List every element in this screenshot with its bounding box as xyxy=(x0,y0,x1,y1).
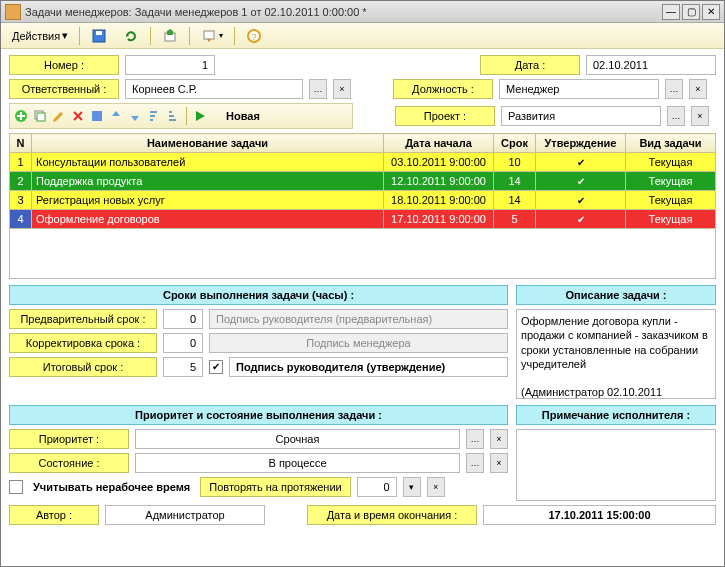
col-type[interactable]: Вид задачи xyxy=(626,134,716,153)
position-clear-button[interactable]: × xyxy=(689,79,707,99)
end-label: Дата и время окончания : xyxy=(307,505,477,525)
final-sign-text: Подпись руководителя (утверждение) xyxy=(229,357,508,377)
nonwork-label: Учитывать нерабочее время xyxy=(29,481,194,493)
table-toolbar: Новая xyxy=(9,103,353,129)
help-icon[interactable]: ? xyxy=(239,25,269,47)
content-area: Номер : Дата : Ответственный : … × Должн… xyxy=(1,49,724,566)
position-select-button[interactable]: … xyxy=(665,79,683,99)
chevron-down-icon: ▾ xyxy=(219,31,223,40)
description-meta: (Администратор 02.10.2011 12:13:39) xyxy=(521,385,711,399)
position-field[interactable] xyxy=(499,79,659,99)
responsible-select-button[interactable]: … xyxy=(309,79,327,99)
description-box[interactable]: Оформление договора купли - продажи с ко… xyxy=(516,309,716,399)
delete-icon[interactable] xyxy=(70,108,86,124)
new-status-text: Новая xyxy=(226,110,260,122)
col-approval[interactable]: Утверждение xyxy=(536,134,626,153)
date-label: Дата : xyxy=(480,55,580,75)
priority-section-title: Приоритет и состояние выполнения задачи … xyxy=(9,405,508,425)
end-field[interactable] xyxy=(483,505,716,525)
move-up-icon[interactable] xyxy=(108,108,124,124)
repeat-field[interactable] xyxy=(357,477,397,497)
date-field[interactable] xyxy=(586,55,716,75)
author-field xyxy=(105,505,265,525)
export-icon[interactable] xyxy=(155,25,185,47)
move-down-icon[interactable] xyxy=(127,108,143,124)
edit-icon[interactable] xyxy=(51,108,67,124)
desc-section-title: Описание задачи : xyxy=(516,285,716,305)
copy-icon[interactable] xyxy=(32,108,48,124)
final-field[interactable] xyxy=(163,357,203,377)
description-text: Оформление договора купли - продажи с ко… xyxy=(521,314,711,371)
svg-rect-8 xyxy=(37,113,45,121)
app-window: Задачи менеджеров: Задачи менеджеров 1 о… xyxy=(0,0,725,567)
responsible-field[interactable] xyxy=(125,79,303,99)
project-field[interactable] xyxy=(501,106,661,126)
project-label: Проект : xyxy=(395,106,495,126)
save-row-icon[interactable] xyxy=(89,108,105,124)
maximize-button[interactable]: ▢ xyxy=(682,4,700,20)
sort-asc-icon[interactable] xyxy=(146,108,162,124)
manager-sign-text: Подпись менеджера xyxy=(209,333,508,353)
responsible-clear-button[interactable]: × xyxy=(333,79,351,99)
table-row[interactable]: 3Регистрация новых услуг18.10.2011 9:00:… xyxy=(10,191,716,210)
save-icon[interactable] xyxy=(84,25,114,47)
final-sign-checkbox[interactable]: ✔ xyxy=(209,360,223,374)
col-start[interactable]: Дата начала xyxy=(384,134,494,153)
add-icon[interactable] xyxy=(13,108,29,124)
tasks-table[interactable]: N Наименование задачи Дата начала Срок У… xyxy=(9,133,716,229)
priority-label: Приоритет : xyxy=(9,429,129,449)
table-row[interactable]: 1Консультации пользователей03.10.2011 9:… xyxy=(10,153,716,172)
note-box[interactable] xyxy=(516,429,716,501)
import-icon[interactable]: ▾ xyxy=(194,25,230,47)
actions-menu[interactable]: Действия ▾ xyxy=(5,26,75,45)
responsible-label: Ответственный : xyxy=(9,79,119,99)
correct-label: Корректировка срока : xyxy=(9,333,157,353)
table-row[interactable]: 4Оформление договоров17.10.2011 9:00:005… xyxy=(10,210,716,229)
repeat-label: Повторять на протяжении xyxy=(200,477,350,497)
close-button[interactable]: ✕ xyxy=(702,4,720,20)
nonwork-checkbox[interactable] xyxy=(9,480,23,494)
col-n[interactable]: N xyxy=(10,134,32,153)
priority-clear-button[interactable]: × xyxy=(490,429,508,449)
svg-rect-3 xyxy=(204,31,214,39)
author-label: Автор : xyxy=(9,505,99,525)
priority-select-button[interactable]: … xyxy=(466,429,484,449)
col-name[interactable]: Наименование задачи xyxy=(32,134,384,153)
sort-desc-icon[interactable] xyxy=(165,108,181,124)
prelim-field[interactable] xyxy=(163,309,203,329)
prelim-label: Предварительный срок : xyxy=(9,309,157,329)
number-field[interactable] xyxy=(125,55,215,75)
svg-rect-9 xyxy=(92,111,102,121)
repeat-dropdown-button[interactable]: ▾ xyxy=(403,477,421,497)
state-select-button[interactable]: … xyxy=(466,453,484,473)
terms-section-title: Сроки выполнения задачи (часы) : xyxy=(9,285,508,305)
state-label: Состояние : xyxy=(9,453,129,473)
table-row[interactable]: 2Поддержка продукта12.10.2011 9:00:0014Т… xyxy=(10,172,716,191)
svg-text:?: ? xyxy=(252,32,257,42)
window-title: Задачи менеджеров: Задачи менеджеров 1 о… xyxy=(25,6,662,18)
note-section-title: Примечание исполнителя : xyxy=(516,405,716,425)
state-clear-button[interactable]: × xyxy=(490,453,508,473)
chevron-down-icon: ▾ xyxy=(62,29,68,42)
titlebar: Задачи менеджеров: Задачи менеджеров 1 о… xyxy=(1,1,724,23)
priority-field[interactable] xyxy=(135,429,460,449)
correct-field[interactable] xyxy=(163,333,203,353)
col-term[interactable]: Срок xyxy=(494,134,536,153)
state-field[interactable] xyxy=(135,453,460,473)
number-label: Номер : xyxy=(9,55,119,75)
svg-rect-1 xyxy=(96,31,102,35)
final-label: Итоговый срок : xyxy=(9,357,157,377)
repeat-clear-button[interactable]: × xyxy=(427,477,445,497)
refresh-icon[interactable] xyxy=(116,25,146,47)
project-clear-button[interactable]: × xyxy=(691,106,709,126)
run-icon[interactable] xyxy=(192,108,208,124)
minimize-button[interactable]: — xyxy=(662,4,680,20)
prelim-sign-text: Подпись руководителя (предварительная) xyxy=(209,309,508,329)
project-select-button[interactable]: … xyxy=(667,106,685,126)
position-label: Должность : xyxy=(393,79,493,99)
main-toolbar: Действия ▾ ▾ ? xyxy=(1,23,724,49)
app-icon xyxy=(5,4,21,20)
